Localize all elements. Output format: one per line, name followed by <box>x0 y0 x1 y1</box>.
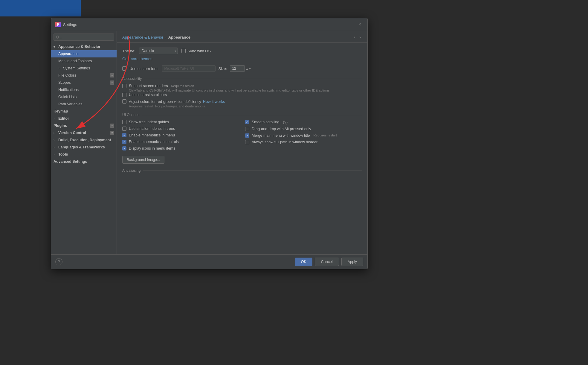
sidebar-item-path-variables[interactable]: Path Variables <box>51 101 117 108</box>
sidebar-item-build-exec-deploy[interactable]: › Build, Execution, Deployment <box>51 136 117 144</box>
antialiasing-section: Antialiasing <box>122 168 362 173</box>
breadcrumb-nav: ‹ › <box>353 34 362 40</box>
chevron-right-icon-bed: › <box>54 139 57 142</box>
dialog-title-left: P Settings <box>55 22 77 27</box>
screen-readers-sub: Ctrl+Tab and Ctrl+Shift+Tab will navigat… <box>129 89 330 92</box>
tree-indent-option: Show tree indent guides <box>122 120 239 124</box>
footer-buttons: OK Cancel Apply <box>295 258 363 266</box>
breadcrumb-parent: Appearance & Behavior <box>122 35 163 39</box>
theme-label: Theme: <box>122 49 135 53</box>
sidebar-item-appearance[interactable]: Appearance <box>51 50 117 57</box>
sidebar-item-appearance-behavior[interactable]: ▾ Appearance & Behavior <box>51 43 117 50</box>
screen-readers-content: Support screen readers Requires restart … <box>129 84 330 92</box>
ui-options-section-divider: UI Options <box>122 113 362 117</box>
breadcrumb-separator: › <box>165 35 166 39</box>
dialog-titlebar: P Settings × <box>51 18 367 31</box>
tree-indent-label: Show tree indent guides <box>129 120 169 124</box>
smaller-indents-label: Use smaller indents in trees <box>129 127 175 131</box>
merge-menu-checkbox[interactable] <box>245 133 249 138</box>
chevron-down-icon: ▾ <box>54 45 57 48</box>
sidebar-item-system-settings[interactable]: › System Settings <box>51 65 117 72</box>
full-path-checkbox[interactable] <box>245 140 249 144</box>
contrast-scrollbars-checkbox[interactable] <box>122 93 126 97</box>
ui-options-line <box>142 115 362 115</box>
sidebar-item-tools[interactable]: › Tools <box>51 151 117 158</box>
drag-drop-checkbox[interactable] <box>245 127 249 131</box>
font-name-input[interactable] <box>162 65 216 72</box>
custom-font-checkbox[interactable] <box>122 66 126 71</box>
sidebar-search-input[interactable] <box>54 34 114 41</box>
mnemonics-controls-label: Enable mnemonics in controls <box>129 140 179 144</box>
font-size-input[interactable] <box>230 65 245 72</box>
drag-drop-option: Drag-and-drop with Alt pressed only <box>245 127 362 131</box>
sidebar-item-notifications[interactable]: Notifications <box>51 86 117 93</box>
sidebar-item-menus-toolbars[interactable]: Menus and Toolbars <box>51 57 117 65</box>
sidebar: ▾ Appearance & Behavior Appearance Menus… <box>51 31 117 254</box>
chevron-right-icon-vc: › <box>54 131 57 135</box>
screen-readers-label: Support screen readers <box>129 84 168 88</box>
red-green-vision-content: Adjust colors for red-green vision defic… <box>129 99 225 108</box>
back-button[interactable]: ‹ <box>353 34 357 40</box>
cancel-button[interactable]: Cancel <box>315 258 339 266</box>
sidebar-item-editor[interactable]: › Editor <box>51 115 117 122</box>
mnemonics-controls-checkbox[interactable] <box>122 140 126 144</box>
main-content: Appearance & Behavior › Appearance ‹ › T… <box>117 31 367 254</box>
font-dropdown-wrapper <box>162 65 216 72</box>
custom-font-row: Use custom font: Size: ▲▼ <box>122 65 362 72</box>
antialiasing-line <box>143 171 362 171</box>
sync-os-checkbox[interactable] <box>181 49 186 53</box>
smaller-indents-option: Use smaller indents in trees <box>122 127 239 131</box>
mnemonics-controls-option: Enable mnemonics in controls <box>122 140 239 144</box>
chevron-right-icon-lf: › <box>54 146 57 149</box>
vc-badge: ≡ <box>110 131 114 135</box>
help-button[interactable]: ? <box>55 258 62 265</box>
theme-row: Theme: Darcula ▾ Sync with OS <box>122 48 362 54</box>
sidebar-item-keymap[interactable]: Keymap <box>51 108 117 115</box>
ui-options-right: Smooth scrolling (?) Drag-and-drop with … <box>245 120 362 153</box>
contrast-scrollbars-label: Use contrast scrollbars <box>129 93 167 97</box>
theme-dropdown[interactable]: Darcula <box>139 48 178 54</box>
dialog-body: ▾ Appearance & Behavior Appearance Menus… <box>51 31 367 254</box>
ui-options-grid: Show tree indent guides Use smaller inde… <box>122 120 362 153</box>
theme-dropdown-wrapper: Darcula ▾ <box>139 48 178 54</box>
sidebar-item-languages-frameworks[interactable]: › Languages & Frameworks <box>51 144 117 151</box>
apply-button[interactable]: Apply <box>341 258 363 266</box>
background-image-button[interactable]: Background Image... <box>122 156 164 164</box>
ui-options-left: Show tree indent guides Use smaller inde… <box>122 120 239 153</box>
size-spinner-icon[interactable]: ▲▼ <box>245 67 251 70</box>
chevron-right-icon: › <box>58 67 62 70</box>
ok-button[interactable]: OK <box>295 258 312 266</box>
get-more-themes-link[interactable]: Get more themes <box>122 57 152 61</box>
smooth-scrolling-checkbox[interactable] <box>245 120 249 124</box>
full-path-option: Always show full path in window header <box>245 140 362 144</box>
close-button[interactable]: × <box>357 21 363 28</box>
tree-indent-checkbox[interactable] <box>122 120 126 124</box>
custom-font-label: Use custom font: <box>129 66 159 71</box>
sidebar-item-quick-lists[interactable]: Quick Lists <box>51 93 117 101</box>
display-icons-option: Display icons in menu items <box>122 146 239 150</box>
screen-readers-checkbox[interactable] <box>122 84 126 88</box>
sidebar-item-file-colors[interactable]: File Colors ≡ <box>51 72 117 79</box>
accessibility-label: Accessibility <box>122 77 142 81</box>
red-green-vision-option: Adjust colors for red-green vision defic… <box>122 99 362 108</box>
forward-button[interactable]: › <box>358 34 362 40</box>
scopes-badge: ≡ <box>110 80 114 85</box>
merge-menu-requires-restart: Requires restart <box>314 133 337 137</box>
app-background: P Settings × ▾ Appearance & Behavior App… <box>0 0 588 365</box>
sidebar-item-scopes[interactable]: Scopes ≡ <box>51 79 117 86</box>
red-green-vision-checkbox[interactable] <box>122 99 126 104</box>
file-colors-badge: ≡ <box>110 73 114 77</box>
sidebar-item-plugins[interactable]: Plugins ≡ <box>51 122 117 129</box>
bg-image-row: Background Image... <box>122 153 362 164</box>
size-label: Size: <box>219 66 227 71</box>
sidebar-item-advanced-settings[interactable]: Advanced Settings <box>51 158 117 165</box>
breadcrumb-current: Appearance <box>168 35 190 39</box>
smaller-indents-checkbox[interactable] <box>122 127 126 131</box>
how-it-works-link[interactable]: How it works <box>203 99 225 104</box>
sidebar-item-version-control[interactable]: › Version Control ≡ <box>51 129 117 136</box>
smooth-scrolling-help-icon[interactable]: (?) <box>283 120 288 124</box>
mnemonics-menu-checkbox[interactable] <box>122 133 126 137</box>
breadcrumb-bar: Appearance & Behavior › Appearance ‹ › <box>117 31 367 43</box>
display-icons-checkbox[interactable] <box>122 146 126 150</box>
ui-options-label: UI Options <box>122 113 139 117</box>
